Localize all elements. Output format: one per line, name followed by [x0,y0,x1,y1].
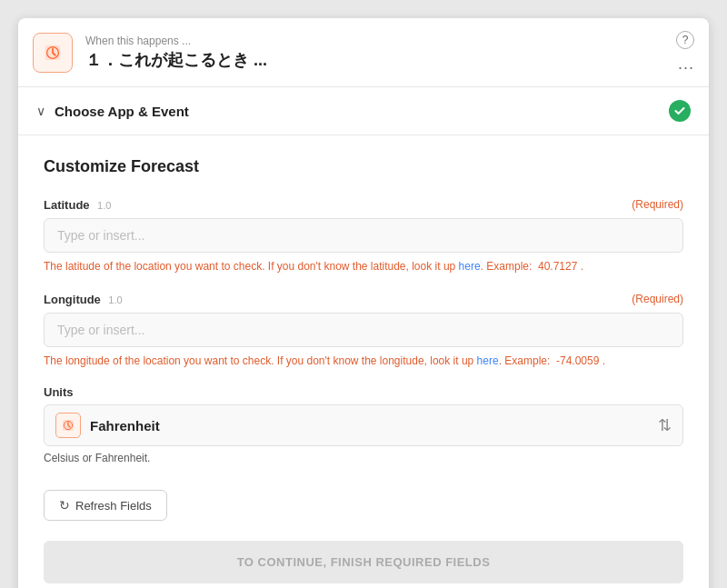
customize-title: Customize Forecast [44,157,683,176]
longitude-label-text: Longitude [44,293,101,306]
longitude-input[interactable] [44,313,683,347]
latitude-hint: The latitude of the location you want to… [44,258,683,274]
longitude-field-group: Longitude 1.0 (Required) The longitude o… [44,291,683,369]
section-header-left: ∨ Choose App & Event [36,104,189,119]
units-app-icon [55,413,81,438]
units-label-row: Units [44,385,683,399]
longitude-label: Longitude 1.0 [44,291,123,307]
chevron-down-icon: ∨ [36,104,45,118]
units-field-group: Units Fahrenheit ⇅ Celsius or Fahrenheit… [44,385,683,464]
refresh-fields-label: Refresh Fields [75,499,152,513]
longitude-hint-link[interactable]: here [477,354,499,367]
header-actions: ? ... [676,31,694,74]
check-complete-icon [669,100,691,122]
header-subtitle: When this happens ... [85,35,676,47]
units-hint: Celsius or Fahrenheit. [44,452,683,464]
trigger-app-icon [33,33,73,73]
section-header[interactable]: ∨ Choose App & Event [18,87,709,135]
units-label: Units [44,385,74,399]
latitude-input[interactable] [44,218,683,253]
latitude-label-text: Latitude [44,198,90,212]
help-button[interactable]: ? [676,31,694,49]
units-stepper-icon[interactable]: ⇅ [658,415,672,435]
longitude-version: 1.0 [108,294,122,305]
units-value: Fahrenheit [90,418,658,434]
longitude-label-row: Longitude 1.0 (Required) [44,291,683,307]
latitude-field-group: Latitude 1.0 (Required) The latitude of … [44,196,683,274]
main-card: When this happens ... １．これが起こるとき ... ? .… [18,18,709,588]
header-title: １．これが起こるとき ... [85,49,676,71]
longitude-required: (Required) [632,293,683,305]
units-select[interactable]: Fahrenheit ⇅ [44,404,683,446]
longitude-hint: The longitude of the location you want t… [44,353,683,369]
section-title: Choose App & Event [55,104,189,119]
latitude-required: (Required) [632,198,683,211]
body: Customize Forecast Latitude 1.0 (Require… [18,135,709,588]
more-button[interactable]: ... [678,55,694,74]
latitude-label-row: Latitude 1.0 (Required) [44,196,683,213]
latitude-version: 1.0 [97,200,111,211]
latitude-hint-link[interactable]: here [459,260,481,273]
refresh-icon: ↻ [59,498,70,513]
latitude-label: Latitude 1.0 [44,196,111,213]
header-text: When this happens ... １．これが起こるとき ... [85,35,676,71]
continue-button[interactable]: TO CONTINUE, FINISH REQUIRED FIELDS [44,541,683,583]
refresh-fields-button[interactable]: ↻ Refresh Fields [44,490,167,521]
header: When this happens ... １．これが起こるとき ... ? .… [18,18,709,87]
